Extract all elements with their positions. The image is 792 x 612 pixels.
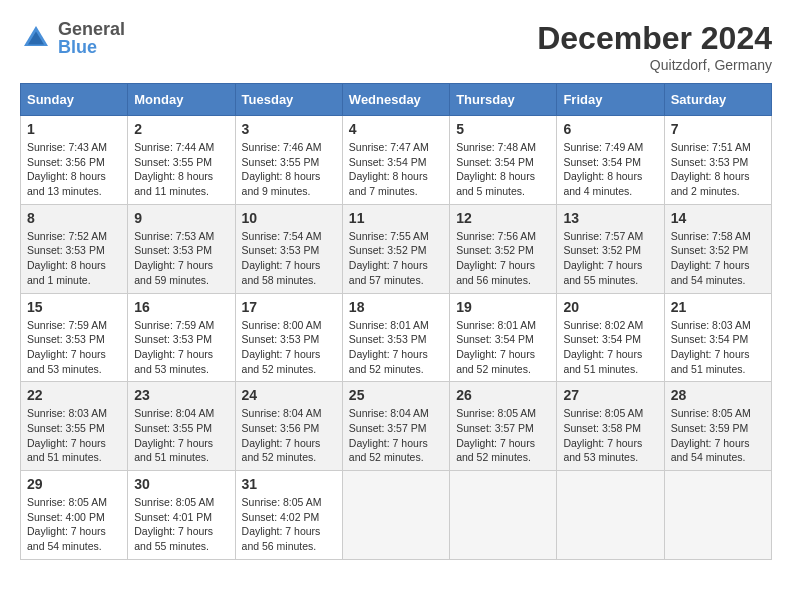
day-number: 11 bbox=[349, 210, 443, 226]
calendar-cell: 25Sunrise: 8:04 AMSunset: 3:57 PMDayligh… bbox=[342, 382, 449, 471]
weekday-header: Thursday bbox=[450, 84, 557, 116]
calendar-cell: 20Sunrise: 8:02 AMSunset: 3:54 PMDayligh… bbox=[557, 293, 664, 382]
day-number: 6 bbox=[563, 121, 657, 137]
day-number: 17 bbox=[242, 299, 336, 315]
day-info: Sunrise: 7:58 AMSunset: 3:52 PMDaylight:… bbox=[671, 229, 765, 288]
day-number: 31 bbox=[242, 476, 336, 492]
calendar-cell: 13Sunrise: 7:57 AMSunset: 3:52 PMDayligh… bbox=[557, 204, 664, 293]
calendar-cell: 15Sunrise: 7:59 AMSunset: 3:53 PMDayligh… bbox=[21, 293, 128, 382]
day-info: Sunrise: 7:46 AMSunset: 3:55 PMDaylight:… bbox=[242, 140, 336, 199]
day-info: Sunrise: 7:54 AMSunset: 3:53 PMDaylight:… bbox=[242, 229, 336, 288]
calendar-cell: 14Sunrise: 7:58 AMSunset: 3:52 PMDayligh… bbox=[664, 204, 771, 293]
calendar-cell: 17Sunrise: 8:00 AMSunset: 3:53 PMDayligh… bbox=[235, 293, 342, 382]
day-info: Sunrise: 8:03 AMSunset: 3:55 PMDaylight:… bbox=[27, 406, 121, 465]
calendar-week-row: 15Sunrise: 7:59 AMSunset: 3:53 PMDayligh… bbox=[21, 293, 772, 382]
calendar-week-row: 1Sunrise: 7:43 AMSunset: 3:56 PMDaylight… bbox=[21, 116, 772, 205]
calendar-cell: 19Sunrise: 8:01 AMSunset: 3:54 PMDayligh… bbox=[450, 293, 557, 382]
day-number: 26 bbox=[456, 387, 550, 403]
day-number: 5 bbox=[456, 121, 550, 137]
day-info: Sunrise: 8:05 AMSunset: 4:00 PMDaylight:… bbox=[27, 495, 121, 554]
weekday-header: Friday bbox=[557, 84, 664, 116]
day-info: Sunrise: 7:55 AMSunset: 3:52 PMDaylight:… bbox=[349, 229, 443, 288]
day-info: Sunrise: 8:04 AMSunset: 3:57 PMDaylight:… bbox=[349, 406, 443, 465]
day-number: 23 bbox=[134, 387, 228, 403]
day-info: Sunrise: 8:05 AMSunset: 4:02 PMDaylight:… bbox=[242, 495, 336, 554]
day-number: 14 bbox=[671, 210, 765, 226]
day-info: Sunrise: 8:04 AMSunset: 3:56 PMDaylight:… bbox=[242, 406, 336, 465]
calendar-week-row: 29Sunrise: 8:05 AMSunset: 4:00 PMDayligh… bbox=[21, 471, 772, 560]
day-info: Sunrise: 8:05 AMSunset: 4:01 PMDaylight:… bbox=[134, 495, 228, 554]
calendar-cell bbox=[664, 471, 771, 560]
day-info: Sunrise: 8:04 AMSunset: 3:55 PMDaylight:… bbox=[134, 406, 228, 465]
calendar-cell: 1Sunrise: 7:43 AMSunset: 3:56 PMDaylight… bbox=[21, 116, 128, 205]
calendar-cell: 21Sunrise: 8:03 AMSunset: 3:54 PMDayligh… bbox=[664, 293, 771, 382]
calendar-cell: 3Sunrise: 7:46 AMSunset: 3:55 PMDaylight… bbox=[235, 116, 342, 205]
day-info: Sunrise: 8:00 AMSunset: 3:53 PMDaylight:… bbox=[242, 318, 336, 377]
day-number: 1 bbox=[27, 121, 121, 137]
page-header: General Blue December 2024 Quitzdorf, Ge… bbox=[20, 20, 772, 73]
logo-text: General Blue bbox=[58, 20, 125, 56]
day-number: 24 bbox=[242, 387, 336, 403]
logo-icon bbox=[20, 22, 52, 54]
calendar-cell: 29Sunrise: 8:05 AMSunset: 4:00 PMDayligh… bbox=[21, 471, 128, 560]
calendar-cell: 5Sunrise: 7:48 AMSunset: 3:54 PMDaylight… bbox=[450, 116, 557, 205]
day-number: 7 bbox=[671, 121, 765, 137]
calendar-cell: 18Sunrise: 8:01 AMSunset: 3:53 PMDayligh… bbox=[342, 293, 449, 382]
calendar-cell: 10Sunrise: 7:54 AMSunset: 3:53 PMDayligh… bbox=[235, 204, 342, 293]
calendar-cell: 9Sunrise: 7:53 AMSunset: 3:53 PMDaylight… bbox=[128, 204, 235, 293]
day-number: 27 bbox=[563, 387, 657, 403]
day-info: Sunrise: 7:59 AMSunset: 3:53 PMDaylight:… bbox=[27, 318, 121, 377]
calendar-cell: 22Sunrise: 8:03 AMSunset: 3:55 PMDayligh… bbox=[21, 382, 128, 471]
day-info: Sunrise: 7:59 AMSunset: 3:53 PMDaylight:… bbox=[134, 318, 228, 377]
day-info: Sunrise: 8:01 AMSunset: 3:53 PMDaylight:… bbox=[349, 318, 443, 377]
day-info: Sunrise: 8:02 AMSunset: 3:54 PMDaylight:… bbox=[563, 318, 657, 377]
day-number: 15 bbox=[27, 299, 121, 315]
calendar-cell: 30Sunrise: 8:05 AMSunset: 4:01 PMDayligh… bbox=[128, 471, 235, 560]
calendar-cell: 12Sunrise: 7:56 AMSunset: 3:52 PMDayligh… bbox=[450, 204, 557, 293]
logo-line2: Blue bbox=[58, 38, 125, 56]
day-info: Sunrise: 7:51 AMSunset: 3:53 PMDaylight:… bbox=[671, 140, 765, 199]
day-number: 4 bbox=[349, 121, 443, 137]
day-number: 8 bbox=[27, 210, 121, 226]
calendar-cell: 28Sunrise: 8:05 AMSunset: 3:59 PMDayligh… bbox=[664, 382, 771, 471]
weekday-header: Saturday bbox=[664, 84, 771, 116]
day-number: 16 bbox=[134, 299, 228, 315]
day-number: 30 bbox=[134, 476, 228, 492]
calendar-cell: 24Sunrise: 8:04 AMSunset: 3:56 PMDayligh… bbox=[235, 382, 342, 471]
day-number: 25 bbox=[349, 387, 443, 403]
calendar-week-row: 8Sunrise: 7:52 AMSunset: 3:53 PMDaylight… bbox=[21, 204, 772, 293]
calendar-cell: 7Sunrise: 7:51 AMSunset: 3:53 PMDaylight… bbox=[664, 116, 771, 205]
day-number: 18 bbox=[349, 299, 443, 315]
day-number: 19 bbox=[456, 299, 550, 315]
day-info: Sunrise: 7:48 AMSunset: 3:54 PMDaylight:… bbox=[456, 140, 550, 199]
day-number: 9 bbox=[134, 210, 228, 226]
calendar-cell bbox=[342, 471, 449, 560]
day-number: 22 bbox=[27, 387, 121, 403]
month-title: December 2024 bbox=[537, 20, 772, 57]
weekday-header: Wednesday bbox=[342, 84, 449, 116]
day-info: Sunrise: 8:05 AMSunset: 3:58 PMDaylight:… bbox=[563, 406, 657, 465]
calendar-cell: 6Sunrise: 7:49 AMSunset: 3:54 PMDaylight… bbox=[557, 116, 664, 205]
day-number: 13 bbox=[563, 210, 657, 226]
day-number: 12 bbox=[456, 210, 550, 226]
day-info: Sunrise: 8:03 AMSunset: 3:54 PMDaylight:… bbox=[671, 318, 765, 377]
day-info: Sunrise: 7:43 AMSunset: 3:56 PMDaylight:… bbox=[27, 140, 121, 199]
day-info: Sunrise: 7:47 AMSunset: 3:54 PMDaylight:… bbox=[349, 140, 443, 199]
day-info: Sunrise: 8:01 AMSunset: 3:54 PMDaylight:… bbox=[456, 318, 550, 377]
day-number: 20 bbox=[563, 299, 657, 315]
day-info: Sunrise: 7:56 AMSunset: 3:52 PMDaylight:… bbox=[456, 229, 550, 288]
day-number: 10 bbox=[242, 210, 336, 226]
day-info: Sunrise: 8:05 AMSunset: 3:59 PMDaylight:… bbox=[671, 406, 765, 465]
calendar: SundayMondayTuesdayWednesdayThursdayFrid… bbox=[20, 83, 772, 560]
calendar-cell: 8Sunrise: 7:52 AMSunset: 3:53 PMDaylight… bbox=[21, 204, 128, 293]
day-info: Sunrise: 8:05 AMSunset: 3:57 PMDaylight:… bbox=[456, 406, 550, 465]
location: Quitzdorf, Germany bbox=[537, 57, 772, 73]
weekday-header: Tuesday bbox=[235, 84, 342, 116]
calendar-cell: 11Sunrise: 7:55 AMSunset: 3:52 PMDayligh… bbox=[342, 204, 449, 293]
day-info: Sunrise: 7:57 AMSunset: 3:52 PMDaylight:… bbox=[563, 229, 657, 288]
day-info: Sunrise: 7:52 AMSunset: 3:53 PMDaylight:… bbox=[27, 229, 121, 288]
calendar-cell: 27Sunrise: 8:05 AMSunset: 3:58 PMDayligh… bbox=[557, 382, 664, 471]
weekday-header: Sunday bbox=[21, 84, 128, 116]
day-info: Sunrise: 7:49 AMSunset: 3:54 PMDaylight:… bbox=[563, 140, 657, 199]
day-number: 21 bbox=[671, 299, 765, 315]
